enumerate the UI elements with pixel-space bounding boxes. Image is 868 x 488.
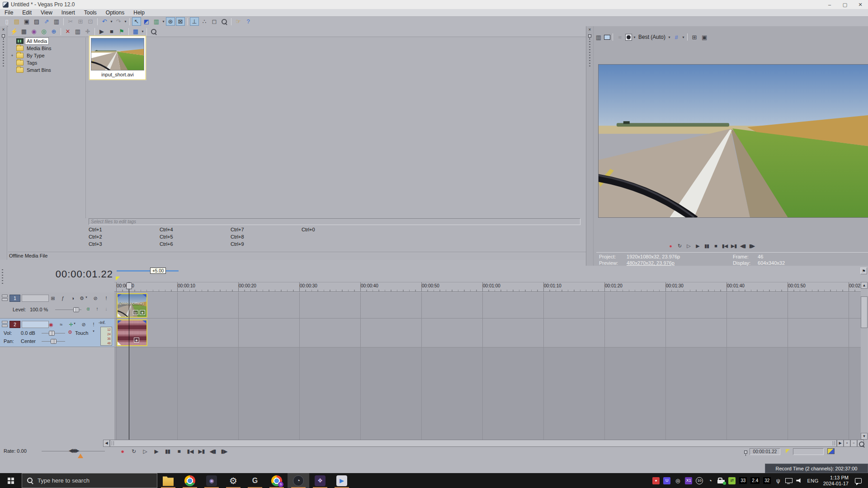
tree-item-media-bins[interactable]: Media Bins bbox=[8, 45, 85, 52]
views-icon-dropdown[interactable]: ▾ bbox=[141, 29, 145, 33]
make-parent-icon[interactable]: ↓ bbox=[102, 306, 110, 311]
redo-icon[interactable]: ↷ bbox=[114, 17, 123, 26]
temp-badge-2[interactable]: 32 bbox=[763, 477, 771, 484]
timeline-vertical-scrollbar[interactable]: ▲ ▼ bbox=[861, 282, 868, 440]
clock-speed-badge[interactable]: 2.4 bbox=[750, 477, 760, 484]
video-track-name-field[interactable] bbox=[22, 295, 49, 302]
paste-icon[interactable]: ⊡ bbox=[86, 17, 95, 26]
get-media-web-icon[interactable]: ⊕ bbox=[49, 27, 58, 36]
zoom-in-icon[interactable]: + bbox=[844, 440, 850, 447]
preview-record-button[interactable]: ● bbox=[666, 242, 675, 249]
copy-snapshot-icon[interactable]: ⊞ bbox=[690, 33, 699, 42]
video-track-number[interactable]: 1 bbox=[9, 295, 20, 302]
preview-stop-button[interactable]: ■ bbox=[711, 242, 720, 249]
notification-center-icon[interactable] bbox=[855, 478, 862, 483]
audio-event[interactable]: ◈ bbox=[117, 319, 147, 346]
menu-help[interactable]: Help bbox=[129, 9, 149, 16]
stop-preview-icon[interactable]: ■ bbox=[107, 27, 116, 36]
normal-edit-tool-icon[interactable]: ↖ bbox=[132, 17, 141, 26]
express-fx-icon[interactable]: ∴ bbox=[200, 17, 209, 26]
taskbar-media-player[interactable]: ▶ bbox=[331, 473, 353, 488]
video-fx-icon[interactable]: ≈ bbox=[615, 33, 624, 42]
ignore-event-grouping-icon[interactable]: ⊠ bbox=[176, 17, 185, 26]
zoom-edit-tool-icon[interactable] bbox=[220, 17, 229, 26]
menu-view[interactable]: View bbox=[36, 9, 57, 16]
zoom-out-icon[interactable]: − bbox=[850, 440, 857, 447]
video-track-header[interactable]: 1 ⊞ ƒ ◑ ⚙ ▾ ⊘ ! Level: 100.0 % α ↑ ↓ bbox=[0, 292, 114, 319]
lock-envelopes-icon[interactable]: ⊛ bbox=[166, 17, 175, 26]
menu-options[interactable]: Options bbox=[101, 9, 129, 16]
maximize-button[interactable]: ▢ bbox=[837, 0, 853, 9]
loop-region-start-marker[interactable] bbox=[116, 277, 120, 281]
menu-edit[interactable]: Edit bbox=[18, 9, 36, 16]
edit-tool-selector-icon-dropdown[interactable]: ▾ bbox=[161, 19, 165, 23]
pin-preview-window-icon[interactable] bbox=[588, 34, 591, 38]
preview-quality-icon[interactable] bbox=[625, 34, 632, 41]
zoom-tool-icon[interactable] bbox=[857, 440, 864, 447]
selection-tool-icon[interactable]: ◻ bbox=[210, 17, 219, 26]
open-project-icon[interactable]: ▤ bbox=[12, 17, 21, 26]
preview-go-to-start-button[interactable]: ▮◀ bbox=[720, 242, 729, 249]
capture-video-icon[interactable]: ▦ bbox=[19, 27, 28, 36]
video-output-properties-icon[interactable]: ▥ bbox=[594, 33, 603, 42]
remove-media-icon[interactable]: ✕ bbox=[63, 27, 72, 36]
new-project-icon[interactable]: ▯ bbox=[2, 17, 11, 26]
taskbar-file-explorer[interactable] bbox=[157, 473, 179, 488]
media-fx-icon[interactable]: ⚑ bbox=[117, 27, 126, 36]
preview-dock-grip[interactable] bbox=[589, 41, 590, 68]
get-photo-icon[interactable]: ◉ bbox=[29, 27, 38, 36]
event-fx-icon[interactable]: ◈ bbox=[140, 310, 145, 315]
volume-icon[interactable] bbox=[796, 478, 803, 483]
close-media-window-icon[interactable]: × bbox=[2, 27, 5, 33]
overlay-grid-icon-dropdown[interactable]: ▾ bbox=[681, 35, 685, 39]
track-minimize-buttons[interactable] bbox=[2, 295, 8, 302]
automation-mode-icon[interactable]: ⚙ bbox=[66, 329, 74, 335]
enable-snapping-icon[interactable]: ⊥ bbox=[190, 17, 199, 26]
timeline-cursor-line[interactable] bbox=[129, 282, 129, 440]
envelope-edit-tool-icon[interactable]: ◩ bbox=[142, 17, 151, 26]
taskbar-settings[interactable]: ⚙ bbox=[222, 473, 244, 488]
whats-this-help-icon[interactable]: ? bbox=[244, 17, 253, 26]
timeline-record-button[interactable]: ● bbox=[117, 447, 128, 455]
recording-indicator-icon[interactable]: ● bbox=[652, 477, 660, 484]
timeline-loop-playback-button[interactable]: ↻ bbox=[128, 447, 139, 455]
vertical-scroll-handle[interactable] bbox=[861, 296, 868, 328]
start-button[interactable] bbox=[0, 473, 22, 488]
automation-mode-label[interactable]: Touch bbox=[75, 330, 88, 336]
external-monitor-icon[interactable] bbox=[604, 35, 610, 40]
menu-insert[interactable]: Insert bbox=[57, 9, 80, 16]
event-crop-icon[interactable]: ▭ bbox=[133, 310, 138, 315]
pin-media-window-icon[interactable] bbox=[2, 34, 5, 38]
preview-quality-label[interactable]: Best (Auto) bbox=[637, 34, 667, 40]
preview-go-to-end-button[interactable]: ▶▮ bbox=[729, 242, 738, 249]
tree-item-smart-bins[interactable]: Smart Bins bbox=[8, 66, 85, 74]
media-clip-card[interactable]: input_short.avi bbox=[89, 35, 146, 80]
tree-item-by-type[interactable]: +By Type bbox=[8, 52, 85, 59]
save-project-icon[interactable]: ▣ bbox=[22, 17, 31, 26]
tree-expander-icon[interactable]: + bbox=[8, 53, 16, 58]
taskbar-clock[interactable]: 1:13 PM 2024-01-17 bbox=[823, 475, 849, 487]
cursor-pin-icon[interactable] bbox=[744, 450, 747, 454]
timeline-time-display[interactable]: 00:00:01.22 bbox=[27, 268, 113, 280]
timeline-go-to-end-button[interactable]: ▶▮ bbox=[196, 447, 207, 455]
fade-in-handle-icon[interactable] bbox=[118, 294, 122, 297]
audio-track-name-field[interactable] bbox=[22, 321, 49, 328]
audio-track-number[interactable]: 2 bbox=[9, 321, 20, 328]
extract-audio-cd-icon[interactable]: ◎ bbox=[39, 27, 48, 36]
usb-icon[interactable]: ψ bbox=[774, 478, 782, 484]
media-properties-icon[interactable]: ▥ bbox=[73, 27, 82, 36]
parent-composite-icon[interactable]: α bbox=[84, 306, 92, 311]
timeline-cursor-head[interactable] bbox=[126, 282, 132, 289]
scroll-up-icon[interactable]: ▲ bbox=[861, 282, 868, 289]
search-media-icon[interactable] bbox=[149, 27, 158, 36]
network-icon[interactable] bbox=[785, 478, 793, 483]
arm-record-icon[interactable]: ◉ bbox=[47, 322, 55, 328]
close-button[interactable]: ✕ bbox=[853, 0, 868, 9]
timeline-horizontal-scrollbar[interactable]: ◀ ▶ bbox=[103, 440, 844, 447]
track-fx-icon[interactable]: ƒ bbox=[59, 296, 67, 301]
timeline-stop-button[interactable]: ■ bbox=[173, 447, 184, 455]
language-indicator[interactable]: ENG bbox=[807, 478, 818, 483]
audio-fade-in-handle-icon[interactable] bbox=[118, 320, 122, 324]
taskbar-search-input[interactable]: Type here to search bbox=[22, 473, 157, 488]
minimize-button[interactable]: – bbox=[822, 0, 837, 9]
